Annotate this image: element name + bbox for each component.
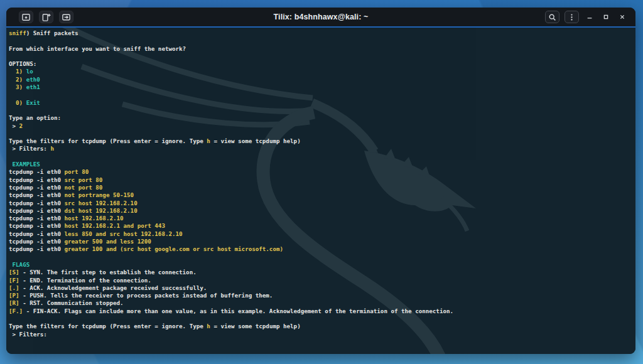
titlebar[interactable]: Tilix: b4shnhawx@kali: ~	[6, 8, 635, 26]
terminal-line	[9, 37, 635, 45]
search-button[interactable]	[545, 11, 559, 23]
split-right-button[interactable]	[39, 11, 53, 23]
split-down-icon	[62, 13, 71, 22]
window-title: Tilix: b4shnhawx@kali: ~	[6, 13, 635, 21]
desktop-wallpaper: Tilix: b4shnhawx@kali: ~	[0, 0, 643, 364]
terminal-line	[9, 53, 635, 60]
terminal-line	[9, 254, 635, 261]
new-terminal-button[interactable]	[19, 11, 33, 23]
terminal-area[interactable]: sniff) Sniff packetsFrom which interface…	[6, 28, 635, 354]
terminal-line: [R] - RST. Communication stopped.	[9, 299, 635, 307]
terminal-line: [F.] - FIN-ACK. Flags can include more t…	[9, 308, 635, 315]
terminal-line: [P] - PUSH. Tells the receiver to proces…	[9, 292, 635, 299]
terminal-line: Type an option:	[9, 114, 635, 122]
titlebar-toolbar	[19, 11, 73, 23]
terminal-line: 2) eth0	[9, 76, 635, 83]
terminal-line: > 2	[9, 122, 635, 130]
close-button[interactable]	[617, 11, 628, 23]
terminal-line: [F] - END. Termination of the connection…	[9, 277, 635, 284]
terminal-line: 3) eth1	[9, 83, 635, 91]
maximize-button[interactable]	[600, 11, 612, 23]
minimize-icon	[586, 13, 593, 21]
terminal-line	[9, 153, 635, 161]
terminal-line: tcpdump -i eth0 less 850 and src host 19…	[9, 230, 635, 238]
terminal-line	[9, 107, 635, 114]
terminal-output: sniff) Sniff packetsFrom which interface…	[6, 28, 635, 338]
terminal-line: EXAMPLES	[9, 161, 635, 168]
search-icon	[548, 13, 556, 21]
terminal-line: FLAGS	[9, 261, 635, 269]
terminal-line: OPTIONS:	[9, 60, 635, 68]
terminal-line: tcpdump -i eth0 greater 100 and (src hos…	[9, 245, 635, 253]
menu-button[interactable]	[565, 11, 579, 23]
terminal-line: 1) lo	[9, 68, 635, 75]
terminal-line: tcpdump -i eth0 host 192.168.2.10	[9, 215, 635, 222]
kebab-menu-icon	[568, 13, 576, 21]
close-icon	[619, 13, 626, 21]
terminal-line	[9, 130, 635, 137]
new-terminal-icon	[21, 13, 31, 22]
terminal-line: Type the filters for tcpdump (Press ente…	[9, 137, 635, 145]
terminal-line: tcpdump -i eth0 not portrange 50-150	[9, 191, 635, 199]
maximize-icon	[602, 13, 610, 21]
terminal-line: tcpdump -i eth0 not port 80	[9, 184, 635, 191]
terminal-line: tcpdump -i eth0 greater 500 and less 120…	[9, 238, 635, 245]
terminal-line: > Filters: h	[9, 145, 635, 153]
terminal-line	[9, 315, 635, 323]
terminal-line: 0) Exit	[9, 99, 635, 107]
terminal-line: tcpdump -i eth0 src host 192.168.2.10	[9, 200, 635, 207]
terminal-line: Type the filters for tcpdump (Press ente…	[9, 323, 635, 330]
terminal-line: From which interface you want to sniff t…	[9, 45, 635, 53]
terminal-line: [S] - SYN. The first step to establish t…	[9, 269, 635, 276]
terminal-line: > Filters:	[9, 331, 635, 338]
terminal-line: tcpdump -i eth0 dst host 192.168.2.10	[9, 207, 635, 215]
split-right-icon	[41, 13, 51, 22]
minimize-button[interactable]	[584, 11, 595, 23]
tilix-window: Tilix: b4shnhawx@kali: ~	[6, 8, 635, 354]
terminal-line	[9, 91, 635, 99]
terminal-line: tcpdump -i eth0 src port 80	[9, 176, 635, 184]
terminal-line: tcpdump -i eth0 host 192.168.2.1 and por…	[9, 222, 635, 230]
split-down-button[interactable]	[59, 11, 73, 23]
terminal-line: [.] - ACK. Acknowledgement package recei…	[9, 284, 635, 292]
terminal-line: tcpdump -i eth0 port 80	[9, 168, 635, 176]
terminal-line: sniff) Sniff packets	[9, 29, 635, 37]
window-controls	[545, 11, 628, 23]
